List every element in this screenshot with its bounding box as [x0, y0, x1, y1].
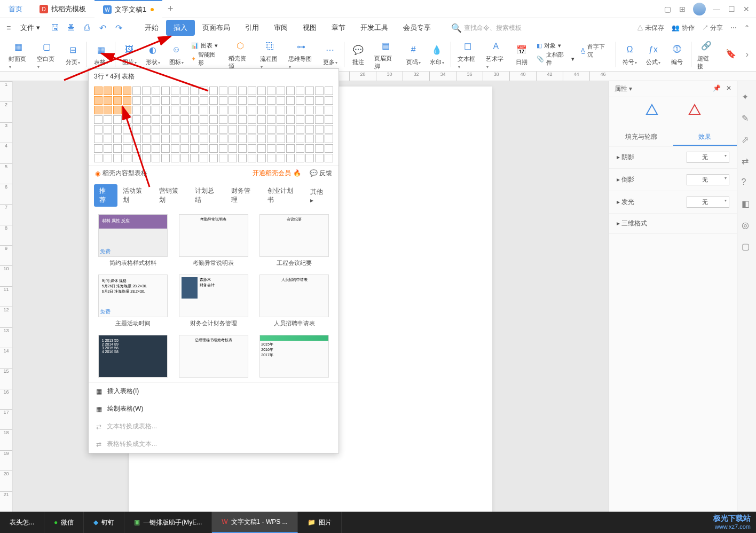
grid-cell[interactable] — [123, 125, 131, 134]
grid-cell[interactable] — [325, 125, 333, 134]
grid-cell[interactable] — [257, 135, 266, 143]
grid-cell[interactable] — [113, 144, 122, 153]
grid-cell[interactable] — [190, 154, 199, 162]
grid-cell[interactable] — [200, 135, 208, 143]
settings-icon[interactable]: ⇄ — [742, 156, 752, 167]
tab-devtools[interactable]: 开发工具 — [353, 20, 396, 36]
grid-cell[interactable] — [152, 135, 160, 143]
grid-cell[interactable] — [325, 87, 333, 95]
grid-cell[interactable] — [142, 135, 151, 143]
grid-cell[interactable] — [180, 96, 189, 105]
grid-cell[interactable] — [132, 144, 141, 153]
grid-cell[interactable] — [257, 115, 266, 124]
grid-cell[interactable] — [104, 125, 112, 134]
tab-effects[interactable]: 效果 — [673, 129, 737, 146]
table-button[interactable]: ▦表格▾ — [89, 40, 113, 68]
grid-cell[interactable] — [94, 135, 103, 143]
pen-icon[interactable]: ✎ — [742, 113, 752, 124]
grid-cell[interactable] — [219, 125, 227, 134]
grid-cell[interactable] — [277, 87, 285, 95]
more[interactable]: ⋯更多▾ — [318, 40, 342, 68]
grid-cell[interactable] — [113, 106, 122, 114]
grid-cell[interactable] — [229, 96, 237, 105]
grid-cell[interactable] — [219, 96, 227, 105]
grid-cell[interactable] — [123, 144, 131, 153]
cat-plan[interactable]: 计划总结 — [190, 184, 226, 207]
cat-startup[interactable]: 创业计划书 — [262, 184, 305, 207]
grid-cell[interactable] — [171, 154, 179, 162]
grid-cell[interactable] — [305, 115, 314, 124]
grid-cell[interactable] — [257, 96, 266, 105]
search-hint[interactable]: 查找命令、搜索模板 — [464, 23, 522, 33]
grid-cell[interactable] — [248, 154, 256, 162]
grid-cell[interactable] — [296, 125, 304, 134]
grid-cell[interactable] — [257, 106, 266, 114]
grid-cell[interactable] — [200, 96, 208, 105]
grid-cell[interactable] — [296, 106, 304, 114]
grid-cell[interactable] — [286, 154, 295, 162]
grid-cell[interactable] — [248, 96, 256, 105]
grid-cell[interactable] — [171, 87, 179, 95]
grid-cell[interactable] — [161, 125, 170, 134]
undo-icon[interactable]: ↶ — [98, 22, 108, 33]
grid-cell[interactable] — [94, 144, 103, 153]
grid-cell[interactable] — [305, 144, 314, 153]
grid-cell[interactable] — [286, 135, 295, 143]
grid-cell[interactable] — [209, 135, 218, 143]
tab-document[interactable]: W 文字文稿1 — [94, 0, 162, 18]
numbering[interactable]: ⓵编号 — [665, 40, 689, 68]
template-1[interactable]: 材料 属性 反应免费 简约表格样式材料 — [95, 214, 170, 269]
grid-cell[interactable] — [190, 125, 199, 134]
grid-cell[interactable] — [180, 144, 189, 153]
template-6[interactable]: 人员招聘申请表 人员招聘申请表 — [257, 275, 332, 330]
grid-cell[interactable] — [123, 96, 131, 105]
grid-cell[interactable] — [219, 115, 227, 124]
grid-cell[interactable] — [132, 135, 141, 143]
template-9[interactable]: 2015年2016年2017年 — [257, 335, 332, 378]
grid-cell[interactable] — [325, 144, 333, 153]
grid-cell[interactable] — [325, 135, 333, 143]
grid-cell[interactable] — [171, 115, 179, 124]
grid-cell[interactable] — [286, 125, 295, 134]
grid-cell[interactable] — [209, 96, 218, 105]
tab-review[interactable]: 审阅 — [266, 20, 295, 36]
grid-cell[interactable] — [229, 125, 237, 134]
effect-mode-icon[interactable] — [684, 103, 705, 124]
grid-cell[interactable] — [152, 87, 160, 95]
grid-cell[interactable] — [296, 144, 304, 153]
grid-cell[interactable] — [113, 87, 122, 95]
grid-cell[interactable] — [113, 125, 122, 134]
grid-cell[interactable] — [277, 154, 285, 162]
grid-cell[interactable] — [277, 135, 285, 143]
page-icon[interactable]: ▢ — [742, 241, 752, 252]
grid-cell[interactable] — [142, 154, 151, 162]
grid-cell[interactable] — [277, 115, 285, 124]
grid-cell[interactable] — [161, 154, 170, 162]
search-icon[interactable]: 🔍 — [451, 23, 462, 33]
hamburger-icon[interactable]: ≡ — [6, 23, 11, 32]
smart-shape[interactable]: ✦ 智能图形 — [191, 51, 221, 67]
grid-cell[interactable] — [325, 96, 333, 105]
grid-cell[interactable] — [257, 87, 266, 95]
grid-cell[interactable] — [113, 154, 122, 162]
task-pictures[interactable]: 📁图片 — [298, 512, 342, 533]
file-menu[interactable]: 文件 ▾ — [16, 22, 44, 34]
grid-cell[interactable] — [209, 154, 218, 162]
grid-cell[interactable] — [229, 144, 237, 153]
preview-icon[interactable]: ⎙ — [82, 22, 92, 33]
docer-resource[interactable]: ⬡稻壳资源 — [224, 36, 256, 73]
blank-page[interactable]: ▢空白页▾ — [33, 37, 61, 72]
wordart[interactable]: A艺术字▾ — [482, 37, 510, 72]
template-4[interactable]: 时间 媒体 规格5月26日 淮海晚报 28.2×36.6月2日 淮海晚报 28.… — [95, 275, 170, 330]
grid-cell[interactable] — [305, 154, 314, 162]
grid-cell[interactable] — [286, 115, 295, 124]
object-small[interactable]: ◧ 对象▾ — [537, 42, 574, 50]
picture[interactable]: 🖼图片▾ — [117, 40, 141, 68]
share-label[interactable]: ↗ 分享 — [702, 23, 723, 33]
grid-cell[interactable] — [267, 87, 275, 95]
grid-cell[interactable] — [296, 115, 304, 124]
grid-cell[interactable] — [209, 144, 218, 153]
grid-cell[interactable] — [219, 154, 227, 162]
header-footer[interactable]: ▤页眉页脚 — [370, 36, 401, 73]
grid-cell[interactable] — [267, 106, 275, 114]
